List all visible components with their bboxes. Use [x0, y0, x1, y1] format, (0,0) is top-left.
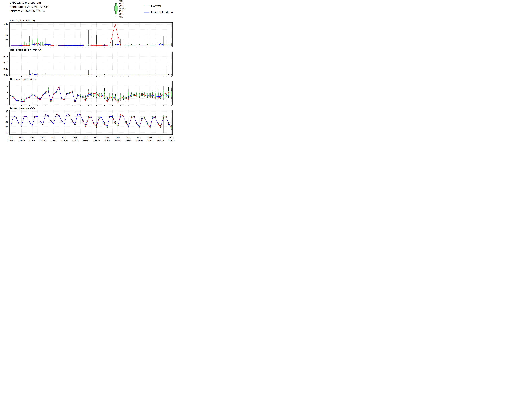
- svg-text:6: 6: [7, 85, 8, 87]
- svg-text:00Z: 00Z: [169, 136, 174, 139]
- svg-text:75: 75: [6, 28, 8, 31]
- svg-text:30: 30: [6, 115, 8, 118]
- svg-text:03Mar: 03Mar: [168, 139, 175, 142]
- svg-text:00Z: 00Z: [19, 136, 24, 139]
- control-legend-label: Control: [151, 5, 161, 8]
- wind-speed-chart: 0246: [0, 80, 175, 106]
- legend-label-10: 10%: [119, 13, 123, 15]
- series-legend: Control Ensemble Mean: [144, 5, 173, 17]
- svg-text:0.10: 0.10: [3, 61, 8, 64]
- svg-text:00Z: 00Z: [94, 136, 99, 139]
- svg-text:0.05: 0.05: [3, 68, 8, 70]
- temperature-panel-title: 2m temperature (°C): [10, 107, 175, 110]
- svg-text:26Feb: 26Feb: [115, 139, 121, 142]
- svg-text:16Feb: 16Feb: [8, 139, 14, 142]
- svg-text:00Z: 00Z: [116, 136, 120, 139]
- figure-header: CMA-GEPS meteogram Ahmadabad 23.07°N 72.…: [0, 0, 175, 18]
- svg-text:17Feb: 17Feb: [18, 139, 25, 142]
- boxplot-legend-glyph: max 90% 75% median 25% 10% min: [113, 0, 137, 18]
- svg-text:00Z: 00Z: [73, 136, 77, 139]
- figure-inittime: Initime: 20260216 00UTC: [10, 9, 50, 13]
- figure-title: CMA-GEPS meteogram: [10, 1, 50, 5]
- legend-label-max: max: [119, 0, 123, 2]
- svg-text:22Feb: 22Feb: [72, 139, 78, 142]
- wind-panel-title: 10m wind speed (m/s): [10, 78, 175, 80]
- svg-text:24Feb: 24Feb: [93, 139, 100, 142]
- svg-text:00Z: 00Z: [137, 136, 141, 139]
- svg-text:0.00: 0.00: [3, 74, 8, 76]
- svg-text:00Z: 00Z: [62, 136, 66, 139]
- svg-text:20Feb: 20Feb: [50, 139, 57, 142]
- legend-row-ensemble: Ensemble Mean: [144, 11, 173, 14]
- svg-text:00Z: 00Z: [127, 136, 131, 139]
- legend-label-25: 25%: [119, 10, 123, 12]
- svg-text:02Mar: 02Mar: [157, 139, 164, 142]
- svg-text:28Feb: 28Feb: [136, 139, 143, 142]
- svg-text:00Z: 00Z: [9, 136, 13, 139]
- svg-text:20: 20: [6, 126, 8, 128]
- svg-text:00Z: 00Z: [148, 136, 152, 139]
- svg-text:23Feb: 23Feb: [82, 139, 89, 142]
- svg-text:0: 0: [7, 103, 8, 106]
- svg-text:00Z: 00Z: [84, 136, 88, 139]
- ensemble-line-swatch: [144, 11, 149, 13]
- legend-row-control: Control: [144, 5, 173, 8]
- legend-label-min: min: [119, 16, 123, 18]
- precip-panel-title: Total precipitation (mm/6h): [10, 49, 175, 51]
- cloud-panel-title: Total cloud cover (%): [10, 19, 175, 22]
- svg-text:19Feb: 19Feb: [40, 139, 46, 142]
- legend-label-75: 75%: [119, 5, 123, 7]
- ensemble-legend-label: Ensemble Mean: [151, 11, 173, 14]
- svg-text:25: 25: [6, 121, 8, 123]
- svg-text:21Feb: 21Feb: [61, 139, 68, 142]
- svg-text:0.15: 0.15: [3, 55, 8, 58]
- temperature-chart: 152025303500Z16Feb00Z17Feb00Z18Feb00Z19F…: [0, 110, 175, 142]
- figure-location: Ahmadabad 23.07°N 72.63°E: [10, 5, 50, 9]
- svg-text:25: 25: [6, 39, 8, 41]
- svg-text:0: 0: [7, 44, 8, 47]
- svg-text:00Z: 00Z: [52, 136, 56, 139]
- cloud-cover-chart: 0255075100: [0, 22, 175, 47]
- svg-text:100: 100: [4, 23, 8, 25]
- precipitation-chart: 0.000.050.100.15: [0, 51, 175, 77]
- figure-titles: CMA-GEPS meteogram Ahmadabad 23.07°N 72.…: [10, 1, 50, 13]
- svg-text:01Mar: 01Mar: [147, 139, 154, 142]
- svg-text:27Feb: 27Feb: [125, 139, 132, 142]
- svg-text:00Z: 00Z: [105, 136, 109, 139]
- svg-text:00Z: 00Z: [159, 136, 163, 139]
- svg-text:00Z: 00Z: [41, 136, 45, 139]
- svg-text:00Z: 00Z: [30, 136, 34, 139]
- svg-text:25Feb: 25Feb: [104, 139, 111, 142]
- svg-text:2: 2: [7, 97, 8, 100]
- svg-text:15: 15: [6, 131, 8, 134]
- svg-text:18Feb: 18Feb: [29, 139, 35, 142]
- legend-label-median: median: [119, 8, 126, 10]
- legend-label-90: 90%: [119, 2, 123, 5]
- svg-text:4: 4: [7, 91, 8, 93]
- control-line-swatch: [144, 5, 149, 7]
- svg-text:50: 50: [6, 34, 8, 36]
- svg-text:35: 35: [6, 110, 8, 113]
